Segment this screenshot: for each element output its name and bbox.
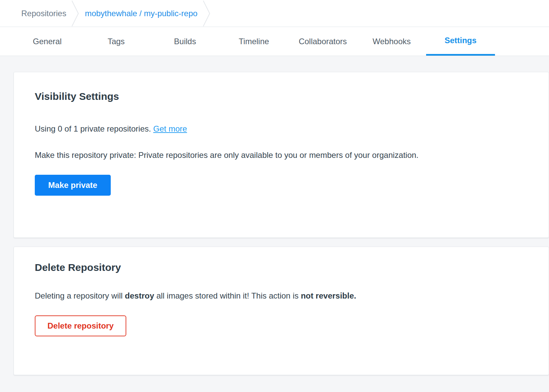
private-repo-usage-text: Using 0 of 1 private repositories. Get m… (35, 124, 528, 134)
delete-repository-title: Delete Repository (35, 262, 528, 273)
tab-collaborators[interactable]: Collaborators (288, 27, 357, 56)
breadcrumb-repositories-link[interactable]: Repositories (21, 9, 66, 18)
usage-count-text: Using 0 of 1 private repositories. (35, 124, 153, 133)
get-more-link[interactable]: Get more (153, 124, 187, 133)
warning-prefix: Deleting a repository will (35, 291, 125, 300)
tab-timeline[interactable]: Timeline (219, 27, 288, 56)
make-private-description: Make this repository private: Private re… (35, 150, 528, 160)
warning-destroy-text: destroy (125, 291, 154, 300)
breadcrumb-current-repo-link[interactable]: mobythewhale / my-public-repo (85, 9, 197, 18)
visibility-settings-title: Visibility Settings (35, 91, 528, 102)
breadcrumb: Repositories mobythewhale / my-public-re… (0, 0, 549, 27)
tab-builds[interactable]: Builds (151, 27, 219, 56)
tab-general[interactable]: General (13, 27, 82, 56)
delete-warning-text: Deleting a repository will destroy all i… (35, 291, 528, 301)
delete-repository-card: Delete Repository Deleting a repository … (14, 247, 549, 375)
visibility-settings-card: Visibility Settings Using 0 of 1 private… (14, 72, 549, 238)
tab-tags[interactable]: Tags (82, 27, 151, 56)
repo-tab-bar: General Tags Builds Timeline Collaborato… (0, 27, 549, 56)
settings-content: Visibility Settings Using 0 of 1 private… (0, 56, 549, 375)
tab-settings[interactable]: Settings (426, 27, 495, 56)
breadcrumb-chevron-icon (203, 0, 210, 27)
breadcrumb-chevron-icon (72, 0, 79, 27)
tab-webhooks[interactable]: Webhooks (357, 27, 426, 56)
warning-middle: all images stored within it! This action… (154, 291, 300, 300)
delete-repository-button[interactable]: Delete repository (35, 315, 126, 336)
warning-not-reversible-text: not reversible. (301, 291, 356, 300)
make-private-button[interactable]: Make private (35, 175, 111, 196)
